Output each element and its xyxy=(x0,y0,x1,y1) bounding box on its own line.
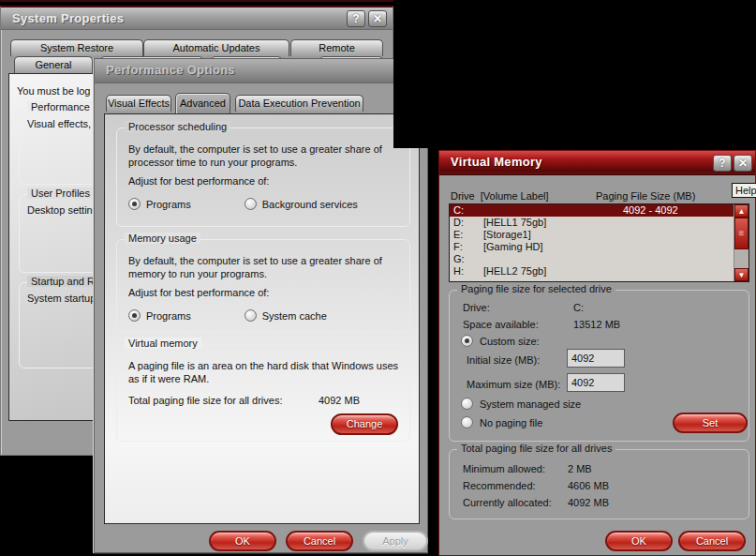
paging-size-column-header: Paging File Size (MB) xyxy=(596,190,695,202)
window-title: Virtual Memory xyxy=(451,155,542,169)
help-icon[interactable]: ? xyxy=(347,10,365,27)
drive-value: C: xyxy=(573,302,584,313)
scroll-up-icon[interactable]: ▲ xyxy=(734,204,749,218)
radio-processor-programs-label: Programs xyxy=(146,199,191,210)
admin-notice-text: You must be log xyxy=(17,85,90,97)
close-icon[interactable]: ✕ xyxy=(368,10,387,27)
paging-group-label: Paging file size for selected drive xyxy=(457,283,615,294)
paging-file-size-group: Paging file size for selected drive Driv… xyxy=(449,290,749,442)
radio-system-managed[interactable] xyxy=(461,398,473,410)
tab-data-execution-prevention[interactable]: Data Execution Prevention xyxy=(235,95,363,112)
help-icon[interactable]: ? xyxy=(713,155,732,172)
ok-button[interactable]: OK xyxy=(209,531,276,551)
tab-automatic-updates[interactable]: Automatic Updates xyxy=(143,39,289,56)
currently-allocated-value: 4092 MB xyxy=(568,497,609,508)
tab-visual-effects[interactable]: Visual Effects xyxy=(106,95,171,112)
radio-system-cache[interactable] xyxy=(245,309,257,322)
processor-scheduling-label: Processor scheduling xyxy=(125,121,230,132)
volume-label: [HELL2 75gb] xyxy=(483,265,546,278)
total-paging-label: Total paging file size for all drives: xyxy=(128,395,319,406)
cancel-button[interactable]: Cancel xyxy=(678,531,746,551)
startup-recovery-group-label: Startup and R xyxy=(27,276,98,287)
initial-size-label: Initial size (MB): xyxy=(467,354,540,366)
radio-memory-programs[interactable] xyxy=(128,309,141,322)
drive-letter: C: xyxy=(453,204,464,217)
drive-letter: D: xyxy=(453,217,464,229)
cancel-button[interactable]: Cancel xyxy=(286,531,353,551)
space-available-value: 13512 MB xyxy=(573,319,620,330)
radio-system-cache-label: System cache xyxy=(262,310,327,322)
tab-advanced[interactable]: Advanced xyxy=(175,93,230,113)
space-available-label: Space available: xyxy=(463,319,539,330)
ok-button[interactable]: OK xyxy=(605,531,673,551)
drive-letter: G: xyxy=(453,253,465,265)
virtual-memory-label: Virtual memory xyxy=(125,338,201,349)
window-title: Performance Options xyxy=(106,63,235,77)
drive-list: C: 4092 - 4092 D: [HELL1 75gb] E: [Stora… xyxy=(449,203,749,282)
set-button[interactable]: Set xyxy=(673,413,748,433)
virtual-memory-window: Virtual Memory ? ✕ Help Drive [Volume La… xyxy=(438,150,756,556)
system-properties-titlebar[interactable]: System Properties ? ✕ xyxy=(1,8,393,30)
initial-size-input[interactable] xyxy=(567,349,625,368)
drive-letter: F: xyxy=(453,241,463,253)
totals-group-label: Total paging file size for all drives xyxy=(457,443,615,454)
virtual-memory-titlebar[interactable]: Virtual Memory ? ✕ xyxy=(439,151,755,175)
processor-scheduling-description: By default, the computer is set to use a… xyxy=(128,143,400,169)
volume-label: [Gaming HD] xyxy=(483,241,543,253)
tab-system-restore[interactable]: System Restore xyxy=(10,39,143,56)
maximum-size-label: Maximum size (MB): xyxy=(467,379,560,390)
drive-row-g[interactable]: G: xyxy=(450,253,749,265)
total-paging-value: 4092 MB xyxy=(319,395,360,406)
tab-general[interactable]: General xyxy=(14,56,93,73)
radio-no-paging-file[interactable] xyxy=(461,416,473,428)
radio-background-services[interactable] xyxy=(245,198,257,210)
tab-remote[interactable]: Remote xyxy=(290,39,383,56)
window-title: System Properties xyxy=(12,11,124,25)
recommended-label: Recommended: xyxy=(463,480,536,491)
recommended-value: 4606 MB xyxy=(568,480,609,491)
close-icon[interactable]: ✕ xyxy=(734,155,752,172)
radio-custom-size-label: Custom size: xyxy=(480,336,540,347)
radio-no-paging-file-label: No paging file xyxy=(480,417,542,428)
currently-allocated-label: Currently allocated: xyxy=(463,497,552,508)
radio-processor-programs[interactable] xyxy=(128,198,141,210)
drive-label: Drive: xyxy=(463,302,490,313)
drive-row-c[interactable]: C: 4092 - 4092 xyxy=(450,204,749,217)
help-tooltip: Help xyxy=(732,183,756,198)
scrollbar-thumb[interactable]: ≡ xyxy=(734,218,749,249)
list-scrollbar[interactable]: ▲ ≡ ▼ xyxy=(734,204,749,281)
memory-adjust-label: Adjust for best performance of: xyxy=(128,287,400,298)
memory-usage-group: Memory usage By default, the computer is… xyxy=(116,239,410,333)
radio-system-managed-label: System managed size xyxy=(480,398,581,410)
user-profiles-group-label: User Profiles xyxy=(27,188,94,199)
drive-row-d[interactable]: D: [HELL1 75gb] xyxy=(450,217,749,229)
change-button[interactable]: Change xyxy=(331,413,398,435)
radio-custom-size[interactable] xyxy=(461,335,473,347)
maximum-size-input[interactable] xyxy=(567,373,625,392)
virtual-memory-description: A paging file is an area on the hard dis… xyxy=(128,359,400,385)
desktop: System Properties ? ✕ System Restore Aut… xyxy=(0,0,756,556)
user-profiles-group-text: Desktop settin xyxy=(27,204,93,216)
drive-row-f[interactable]: F: [Gaming HD] xyxy=(450,241,749,253)
drive-letter: H: xyxy=(453,265,464,278)
totals-group: Total paging file size for all drives Mi… xyxy=(449,449,749,519)
volume-label: [Storage1] xyxy=(483,229,531,241)
advanced-tab-page: Processor scheduling By default, the com… xyxy=(104,113,420,524)
performance-options-titlebar[interactable]: Performance Options xyxy=(95,59,427,83)
drive-column-header: Drive [Volume Label] xyxy=(451,190,549,202)
drive-row-h[interactable]: H: [HELL2 75gb] xyxy=(450,265,749,278)
radio-background-services-label: Background services xyxy=(262,199,358,210)
scroll-down-icon[interactable]: ▼ xyxy=(734,268,749,281)
black-screen-region xyxy=(393,0,756,148)
virtual-memory-group: Virtual memory A paging file is an area … xyxy=(116,344,410,442)
minimum-allowed-label: Minimum allowed: xyxy=(463,463,545,474)
processor-scheduling-group: Processor scheduling By default, the com… xyxy=(116,128,410,227)
memory-usage-label: Memory usage xyxy=(125,233,200,244)
memory-usage-description: By default, the computer is set to use a… xyxy=(128,254,400,280)
drive-row-e[interactable]: E: [Storage1] xyxy=(450,229,749,241)
startup-recovery-group-text: System startup xyxy=(27,293,96,304)
performance-options-window: Performance Options Visual Effects Advan… xyxy=(94,58,428,553)
processor-adjust-label: Adjust for best performance of: xyxy=(128,175,400,187)
performance-group-text: Visual effects, xyxy=(27,118,91,129)
apply-button[interactable]: Apply xyxy=(363,531,428,551)
